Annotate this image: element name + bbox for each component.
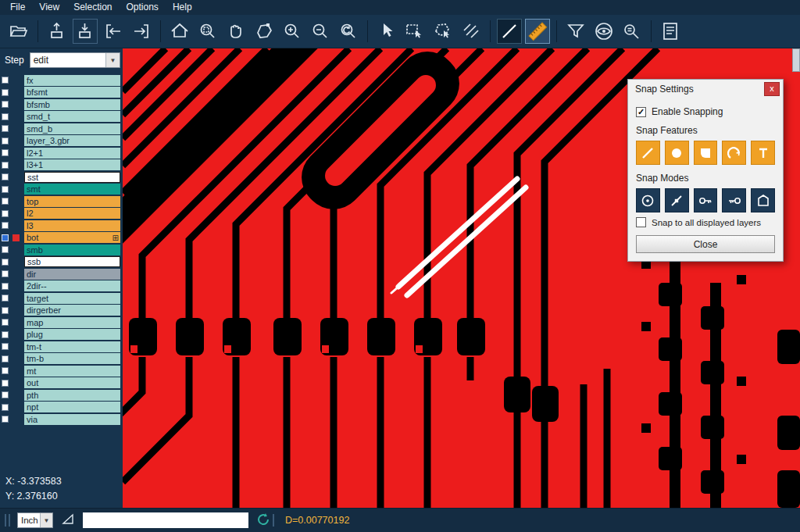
layer-name[interactable]: ssb [24, 256, 120, 267]
layer-visibility-checkbox[interactable] [2, 343, 9, 350]
layer-visibility-checkbox[interactable] [2, 222, 9, 229]
layer-active-indicator[interactable] [12, 295, 20, 302]
export-up-button[interactable] [45, 19, 70, 44]
layer-active-indicator[interactable] [12, 331, 20, 338]
layer-name[interactable]: l2 [24, 208, 120, 219]
layer-name[interactable]: target [24, 293, 120, 304]
layer-row[interactable]: l3 [0, 220, 123, 232]
export-right-button[interactable] [129, 19, 154, 44]
layer-name[interactable]: tm-b [24, 353, 120, 364]
layer-row[interactable]: bfsmb [0, 98, 123, 111]
layer-row[interactable]: ssb [0, 256, 123, 269]
layer-name[interactable]: dir [24, 269, 120, 280]
layer-visibility-checkbox[interactable] [2, 77, 9, 84]
layer-visibility-checkbox[interactable] [2, 270, 9, 277]
layer-row[interactable]: smd_t [0, 111, 123, 123]
layer-name[interactable]: bfsmt [24, 87, 120, 98]
layer-visibility-checkbox[interactable] [2, 162, 9, 169]
layer-name[interactable]: l3 [24, 220, 120, 231]
layer-visibility-checkbox[interactable] [2, 246, 9, 253]
layer-row[interactable]: plug [0, 329, 123, 341]
layer-row[interactable]: top [0, 195, 123, 208]
layer-name[interactable]: bot⊞ [24, 232, 120, 243]
layer-row[interactable]: out [0, 377, 123, 390]
menu-help[interactable]: Help [166, 0, 199, 15]
close-icon[interactable]: x [764, 82, 780, 96]
snap-mode-center-button[interactable] [636, 188, 660, 212]
menu-options[interactable]: Options [120, 0, 166, 15]
layer-name[interactable]: dirgerber [24, 305, 120, 316]
layer-name[interactable]: plug [24, 329, 120, 340]
snap-feature-arc-button[interactable] [722, 141, 746, 165]
home-view-button[interactable] [167, 19, 192, 44]
layer-visibility-checkbox[interactable] [2, 125, 9, 132]
layer-visibility-checkbox[interactable] [2, 295, 9, 302]
layer-row[interactable]: via [0, 413, 123, 426]
layer-visibility-checkbox[interactable] [2, 355, 9, 362]
canvas-scrollbar-thumb[interactable] [792, 48, 800, 72]
layer-name[interactable]: via [24, 414, 120, 425]
import-left-button[interactable] [101, 19, 126, 44]
layer-visibility-checkbox[interactable] [2, 404, 9, 411]
layer-active-indicator[interactable] [12, 137, 20, 145]
layer-name[interactable]: smt [24, 184, 120, 195]
zoom-out-button[interactable] [308, 19, 333, 44]
layer-visibility-checkbox[interactable] [2, 234, 9, 241]
layer-active-indicator[interactable] [12, 319, 20, 326]
layer-visibility-checkbox[interactable] [2, 173, 9, 180]
layer-row[interactable]: l3+1 [0, 159, 123, 172]
menu-selection[interactable]: Selection [66, 0, 119, 15]
layer-active-indicator[interactable] [12, 162, 20, 169]
layer-visibility-checkbox[interactable] [2, 101, 9, 108]
open-folder-button[interactable] [6, 19, 31, 44]
snap-feature-line-button[interactable] [636, 141, 660, 165]
select-cursor-button[interactable] [374, 19, 399, 44]
layer-active-indicator[interactable] [12, 89, 20, 96]
layer-name[interactable]: mt [24, 366, 120, 377]
layer-row[interactable]: bfsmt [0, 87, 123, 99]
layer-active-indicator[interactable] [12, 101, 20, 108]
layer-active-indicator[interactable] [12, 113, 20, 120]
statusbar-grip[interactable] [5, 514, 6, 527]
layer-visibility-checkbox[interactable] [2, 186, 9, 193]
layer-row[interactable]: l2+1 [0, 147, 123, 159]
layer-visibility-checkbox[interactable] [2, 367, 9, 374]
pan-hand-button[interactable] [223, 19, 248, 44]
layer-visibility-checkbox[interactable] [2, 149, 9, 156]
snap-all-layers-checkbox[interactable] [636, 217, 646, 227]
filter-funnel-button[interactable] [563, 19, 588, 44]
hatch-lines-button[interactable] [459, 19, 484, 44]
layer-name[interactable]: top [24, 196, 120, 207]
snap-mode-point-button[interactable] [665, 188, 689, 212]
snap-dialog-titlebar[interactable]: Snap Settings x [628, 80, 783, 98]
layer-row[interactable]: bot⊞ [0, 232, 123, 245]
layer-row[interactable]: l2 [0, 208, 123, 220]
layer-active-indicator[interactable] [12, 222, 20, 229]
layer-active-indicator[interactable] [12, 391, 20, 398]
menu-view[interactable]: View [32, 0, 66, 15]
chevron-down-icon[interactable]: ▼ [105, 53, 120, 67]
layer-name[interactable]: tm-t [24, 341, 120, 352]
layer-active-indicator[interactable] [12, 173, 20, 180]
zoom-window-button[interactable] [195, 19, 220, 44]
layer-active-indicator[interactable] [12, 283, 20, 290]
angle-tool-icon[interactable] [61, 512, 75, 529]
layer-visibility-checkbox[interactable] [2, 137, 9, 145]
layer-visibility-checkbox[interactable] [2, 89, 9, 96]
layer-row[interactable]: layer_3.gbr [0, 135, 123, 148]
layer-row[interactable]: 2dir-- [0, 280, 123, 293]
layer-row[interactable]: npt [0, 402, 123, 414]
layer-name[interactable]: sst [24, 172, 120, 183]
snap-feature-pad-button[interactable] [665, 141, 689, 165]
enable-snapping-checkbox[interactable] [636, 107, 646, 117]
layer-row[interactable]: smt [0, 184, 123, 196]
layer-row[interactable]: fx [0, 74, 123, 87]
layer-visibility-checkbox[interactable] [2, 210, 9, 217]
layer-name[interactable]: l2+1 [24, 148, 120, 159]
layer-row[interactable]: dir [0, 268, 123, 280]
line-tool-button[interactable] [497, 19, 522, 44]
layer-visibility-checkbox[interactable] [2, 319, 9, 326]
command-input[interactable] [83, 512, 248, 528]
layer-active-indicator[interactable] [12, 270, 20, 277]
statusbar-grip[interactable] [9, 514, 10, 527]
